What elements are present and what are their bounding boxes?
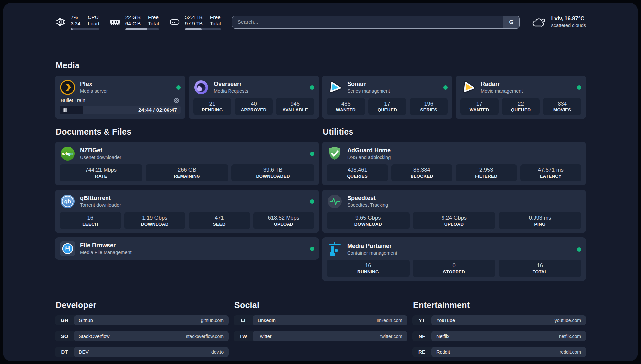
search-engine-button[interactable]: G [503,16,519,28]
cpu-load-value: 3.24 [71,20,80,27]
pause-button[interactable] [63,108,67,112]
radarr-card[interactable]: Radarr Movie management 17 WANTED 22 QUE… [456,76,586,119]
link-url: stackoverflow.com [186,334,224,339]
session-settings-icon[interactable] [173,97,180,104]
media-player-bar[interactable]: 24:44 / 02:06:47 [60,106,181,114]
stat-tile: 17 WANTED [460,98,499,115]
stat-tile: 9.65 Gbps DOWNLOAD [327,212,410,229]
system-stats: 7% CPU 3.24 Load [55,14,221,30]
playback-time: 24:44 / 02:06:47 [138,107,181,113]
app-subtitle: Media File Management [80,249,132,256]
cpu-load-label: Load [88,20,99,27]
app-title: NZBGet [80,147,121,154]
disk-stat: 52.4 TB Free 97.9 TB Total [169,14,221,30]
stat-tile: 17 QUEUED [368,98,407,115]
link-tag: GH [55,315,74,325]
link-tag: RE [412,347,431,357]
overseerr-icon [193,79,209,95]
status-dot [577,85,581,90]
weather-location-temp: Lviv, 16.87°C [551,15,586,22]
media-section-title: Media [56,61,586,70]
cpu-progress-track [71,28,99,30]
stat-tile: 16 RUNNING [327,260,410,277]
app-title: Sonarr [347,80,390,88]
qbittorrent-card[interactable]: qb qBittorrent Torrent downloader 16 LEE… [55,190,319,233]
link-url: github.com [201,318,224,323]
status-dot [310,247,314,251]
disk-progress-track [185,28,221,30]
status-dot [310,199,314,204]
stat-tile: 40 APPROVED [235,98,273,115]
status-dot [443,85,448,90]
stat-tile: 16 TOTAL [499,260,581,277]
filebrowser-card[interactable]: File Browser Media File Management [55,237,319,260]
plex-card[interactable]: Plex Media server Bullet Train [55,76,185,119]
adguard-card[interactable]: AdGuard Home DNS and adblocking 498,461 … [322,142,586,185]
stat-tile: 618.52 Mbps UPLOAD [253,212,315,229]
disk-total-value: 97.9 TB [185,20,203,27]
link-netflix[interactable]: NF Netflix netflix.com [412,331,586,341]
dashboard-window: 7% CPU 3.24 Load [3,3,638,361]
stat-tile: 22 QUEUED [502,98,540,115]
status-dot [176,85,181,90]
memory-total-value: 64 GiB [125,20,141,27]
stat-tile: 0.993 ms PING [499,212,581,229]
disk-icon [169,16,181,28]
svg-text:nzbget: nzbget [62,152,74,156]
app-subtitle: Torrent downloader [80,202,121,208]
link-youtube[interactable]: YT YouTube youtube.com [412,315,586,325]
stat-tile: 945 AVAILABLE [276,98,314,115]
link-reddit[interactable]: RE Reddit reddit.com [412,347,586,357]
search-input[interactable] [232,16,503,28]
cpu-stat: 7% CPU 3.24 Load [55,14,99,30]
disk-progress-fill [185,28,202,30]
link-name: DEV [79,349,89,355]
link-url: dev.to [211,349,224,355]
link-url: youtube.com [555,318,581,323]
memory-free-label: Free [148,14,159,20]
stat-tile: 266 GB REMAINING [146,164,229,181]
link-name: LinkedIn [258,318,276,323]
app-subtitle: Usenet downloader [80,154,121,161]
link-github[interactable]: GH Github github.com [55,315,229,325]
sonarr-card[interactable]: Sonarr Series management 485 WANTED 17 Q… [322,76,452,119]
link-dev-to[interactable]: DT DEV dev.to [55,347,229,357]
speedtest-icon [327,194,343,209]
radarr-icon [460,79,476,95]
sonarr-icon [327,79,343,95]
cpu-progress-fill [71,28,73,30]
disk-total-label: Total [210,20,221,27]
cpu-usage-value: 7% [71,14,80,20]
app-title: qBittorrent [80,195,121,202]
link-twitter[interactable]: TW Twitter twitter.com [234,331,407,341]
link-linkedin[interactable]: LI LinkedIn linkedin.com [234,315,407,325]
app-title: AdGuard Home [347,147,391,154]
stat-tile: 834 MOVIES [543,98,581,115]
nzbget-card[interactable]: nzbget NZBGet Usenet downloader 744.21 M… [55,142,319,185]
qbittorrent-icon: qb [60,194,76,209]
app-title: Media Portainer [347,242,397,250]
memory-progress-track [125,28,159,30]
cloud-icon [531,15,546,29]
filebrowser-icon [60,241,76,257]
link-stackoverflow[interactable]: SO StackOverflow stackoverflow.com [55,331,229,341]
stat-tile: 39.6 TB DOWNLOADED [231,164,314,181]
memory-total-label: Total [148,20,159,27]
stat-tile: 9.24 Gbps UPLOAD [413,212,496,229]
status-dot [310,85,314,90]
portainer-icon [327,241,343,257]
speedtest-card[interactable]: Speedtest Speedtest Tracking 9.65 Gbps D… [322,190,586,233]
link-tag: SO [55,331,74,341]
portainer-card[interactable]: Media Portainer Container management 16 … [322,237,586,281]
overseerr-card[interactable]: Overseerr Media Requests 21 PENDING 40 A… [189,76,319,119]
entertainment-section-title: Entertainment [413,300,586,310]
utilities-section: Utilities AdGuard Home DNS and [322,127,586,285]
cpu-icon [55,16,66,28]
app-title: Plex [80,80,108,88]
nzbget-icon: nzbget [60,146,76,162]
search-bar: G [232,16,520,29]
developer-links: Developer GH Github github.com SO StackO… [55,300,229,361]
stat-tile: 0 STOPPED [413,260,496,277]
link-name: StackOverflow [79,334,109,339]
app-subtitle: Container management [347,250,397,256]
